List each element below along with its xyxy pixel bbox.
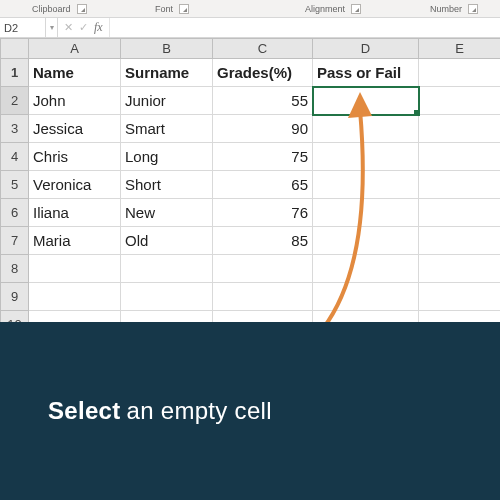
cell[interactable]: Veronica (29, 171, 121, 199)
row-header[interactable]: 7 (1, 227, 29, 255)
cancel-icon[interactable]: ✕ (64, 21, 73, 34)
cell[interactable] (213, 255, 313, 283)
enter-icon[interactable]: ✓ (79, 21, 88, 34)
grid-table: A B C D E 1 Name Surname Grades(%) Pass … (0, 38, 500, 339)
row-header[interactable]: 2 (1, 87, 29, 115)
cell[interactable] (313, 283, 419, 311)
cell[interactable]: Jessica (29, 115, 121, 143)
col-header-D[interactable]: D (313, 39, 419, 59)
cell[interactable]: 76 (213, 199, 313, 227)
cell[interactable] (419, 199, 501, 227)
cell[interactable]: New (121, 199, 213, 227)
table-row: 4 Chris Long 75 (1, 143, 501, 171)
table-row: 1 Name Surname Grades(%) Pass or Fail (1, 59, 501, 87)
table-row: 6 Iliana New 76 (1, 199, 501, 227)
cell[interactable]: Old (121, 227, 213, 255)
cell[interactable] (313, 227, 419, 255)
cell[interactable]: Name (29, 59, 121, 87)
cell[interactable] (419, 143, 501, 171)
cell[interactable] (213, 283, 313, 311)
cell[interactable]: 85 (213, 227, 313, 255)
column-header-row: A B C D E (1, 39, 501, 59)
cell[interactable] (419, 59, 501, 87)
cell[interactable] (313, 115, 419, 143)
table-row: 8 (1, 255, 501, 283)
cell[interactable] (419, 87, 501, 115)
dialog-launcher-icon[interactable] (351, 4, 361, 14)
dialog-launcher-icon[interactable] (468, 4, 478, 14)
formula-bar: D2 ▾ ✕ ✓ fx (0, 18, 500, 38)
row-header[interactable]: 8 (1, 255, 29, 283)
cell[interactable]: Iliana (29, 199, 121, 227)
dialog-launcher-icon[interactable] (77, 4, 87, 14)
col-header-B[interactable]: B (121, 39, 213, 59)
cell[interactable]: Surname (121, 59, 213, 87)
cell[interactable] (419, 171, 501, 199)
cell[interactable] (313, 143, 419, 171)
ribbon-group-clipboard: Clipboard (32, 4, 87, 14)
cell[interactable]: Chris (29, 143, 121, 171)
cell[interactable] (121, 283, 213, 311)
instruction-panel: Select an empty cell (0, 322, 500, 500)
cell[interactable]: 55 (213, 87, 313, 115)
row-header[interactable]: 5 (1, 171, 29, 199)
ribbon-group-font: Font (155, 4, 189, 14)
row-header[interactable]: 6 (1, 199, 29, 227)
cell[interactable]: Short (121, 171, 213, 199)
cell[interactable] (121, 255, 213, 283)
col-header-C[interactable]: C (213, 39, 313, 59)
row-header[interactable]: 1 (1, 59, 29, 87)
ribbon-group-alignment: Alignment (305, 4, 361, 14)
table-row: 7 Maria Old 85 (1, 227, 501, 255)
cell[interactable] (419, 283, 501, 311)
cell[interactable]: John (29, 87, 121, 115)
cell[interactable]: 65 (213, 171, 313, 199)
col-header-A[interactable]: A (29, 39, 121, 59)
formula-bar-buttons: ✕ ✓ fx (58, 18, 110, 37)
formula-input[interactable] (110, 18, 500, 37)
row-header[interactable]: 9 (1, 283, 29, 311)
cell[interactable]: 90 (213, 115, 313, 143)
name-box[interactable]: D2 (0, 18, 46, 37)
cell[interactable] (313, 199, 419, 227)
col-header-E[interactable]: E (419, 39, 501, 59)
ribbon-group-number: Number (430, 4, 478, 14)
cell[interactable]: 75 (213, 143, 313, 171)
table-row: 5 Veronica Short 65 (1, 171, 501, 199)
cell-D2-selected[interactable] (313, 87, 419, 115)
cell[interactable] (313, 255, 419, 283)
cell[interactable]: Junior (121, 87, 213, 115)
table-row: 2 John Junior 55 (1, 87, 501, 115)
ribbon-group-strip: Clipboard Font Alignment Number (0, 0, 500, 18)
select-all-corner[interactable] (1, 39, 29, 59)
cell[interactable] (419, 227, 501, 255)
cell[interactable] (313, 171, 419, 199)
row-header[interactable]: 4 (1, 143, 29, 171)
cell[interactable] (29, 255, 121, 283)
fx-icon[interactable]: fx (94, 20, 103, 35)
instruction-text: an empty cell (127, 397, 272, 425)
table-row: 9 (1, 283, 501, 311)
spreadsheet: A B C D E 1 Name Surname Grades(%) Pass … (0, 38, 500, 339)
cell[interactable]: Smart (121, 115, 213, 143)
cell[interactable] (419, 255, 501, 283)
cell[interactable] (419, 115, 501, 143)
ribbon-group-label: Number (430, 4, 462, 14)
cell[interactable] (29, 283, 121, 311)
name-box-dropdown-icon[interactable]: ▾ (46, 18, 58, 37)
ribbon-group-label: Font (155, 4, 173, 14)
cell[interactable]: Grades(%) (213, 59, 313, 87)
row-header[interactable]: 3 (1, 115, 29, 143)
ribbon-group-label: Alignment (305, 4, 345, 14)
ribbon-group-label: Clipboard (32, 4, 71, 14)
cell[interactable]: Pass or Fail (313, 59, 419, 87)
cell[interactable]: Long (121, 143, 213, 171)
instruction-bold: Select (48, 397, 121, 425)
cell[interactable]: Maria (29, 227, 121, 255)
table-row: 3 Jessica Smart 90 (1, 115, 501, 143)
dialog-launcher-icon[interactable] (179, 4, 189, 14)
